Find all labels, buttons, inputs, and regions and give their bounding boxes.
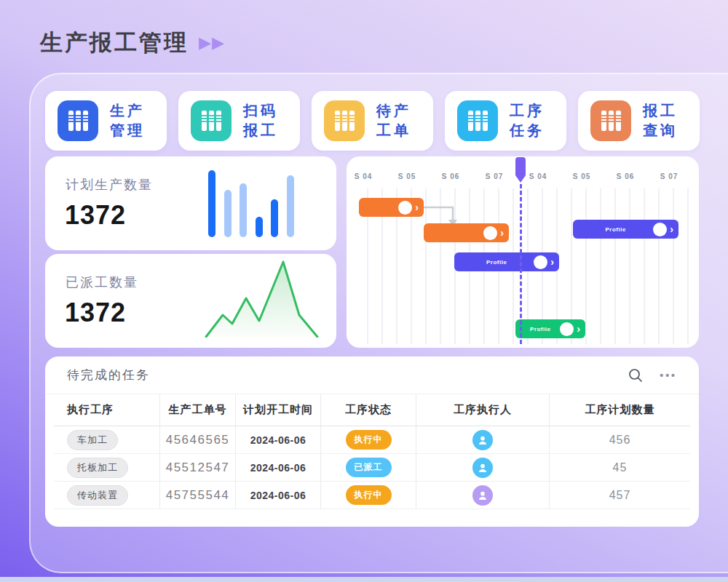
gantt-tick-label: S 05: [573, 172, 591, 180]
gantt-marker-line: [520, 184, 522, 344]
bar: [240, 183, 247, 237]
nav-label: 生产管理: [110, 101, 145, 140]
start-date: 2024-06-06: [236, 454, 321, 481]
more-options-icon[interactable]: •••: [660, 370, 677, 381]
page-title: 生产报工管理: [40, 28, 189, 58]
process-pill[interactable]: 车加工: [67, 430, 118, 450]
table-row[interactable]: 车加工 45646565 2024-06-06 执行中 456: [54, 426, 690, 454]
books-icon: [598, 108, 623, 133]
gantt-task-bar-0[interactable]: ›: [359, 198, 424, 217]
gantt-bar-handle[interactable]: [560, 322, 574, 336]
table-title: 待完成的任务: [67, 367, 628, 383]
books-icon: [199, 108, 223, 133]
gantt-task-bar-4[interactable]: Profile ›: [515, 319, 585, 338]
main-container: 生产管理 扫码报工 待产工单 工序任务 报工查询 计划生产数量 1372 已派工…: [29, 73, 728, 573]
books-icon: [332, 108, 357, 133]
person-icon: [477, 434, 488, 446]
gantt-bar-label: Profile: [459, 259, 534, 266]
nav-label: 工序任务: [510, 101, 545, 140]
bar: [224, 190, 232, 237]
stat-value: 1372: [65, 200, 126, 231]
page-header: 生产报工管理 ▶▶: [40, 28, 225, 58]
stat-value: 1372: [65, 298, 126, 328]
gantt-tick-label: S 06: [617, 172, 635, 180]
table-header-row: 执行工序 生产工单号 计划开工时间 工序状态 工序执行人 工序计划数量: [54, 394, 690, 426]
avatar[interactable]: [472, 430, 493, 450]
start-date: 2024-06-06: [236, 426, 321, 453]
gantt-bar-handle[interactable]: [534, 255, 547, 269]
nav-card-2[interactable]: 待产工单: [312, 91, 433, 151]
status-badge: 执行中: [346, 485, 392, 505]
gantt-tick-label: S 05: [398, 172, 416, 180]
column-header: 计划开工时间: [236, 394, 321, 426]
chevron-right-icon: ›: [550, 255, 554, 269]
books-icon: [465, 108, 490, 133]
tasks-table: 执行工序 生产工单号 计划开工时间 工序状态 工序执行人 工序计划数量 车加工 …: [54, 394, 690, 509]
gantt-bar-handle[interactable]: [653, 223, 667, 236]
column-header: 执行工序: [54, 394, 160, 426]
nav-row: 生产管理 扫码报工 待产工单 工序任务 报工查询: [45, 91, 700, 151]
pending-tasks-panel: 待完成的任务 ••• 执行工序 生产工单号 计划开工时间 工序状态 工序执行人 …: [45, 356, 699, 527]
gantt-bar-handle[interactable]: [483, 226, 497, 240]
process-pill[interactable]: 传动装置: [67, 485, 128, 506]
gantt-bar-label: Profile: [578, 226, 653, 233]
table-row[interactable]: 托板加工 45512547 2024-06-06 已派工 45: [54, 454, 690, 482]
bottom-strip: [0, 577, 728, 582]
nav-icon: [590, 100, 631, 141]
nav-card-4[interactable]: 报工查询: [578, 91, 700, 151]
gantt-bar-handle[interactable]: [398, 201, 412, 215]
books-icon: [66, 108, 90, 133]
chevron-right-icon: ›: [415, 201, 419, 215]
person-icon: [477, 462, 488, 474]
nav-icon: [457, 100, 498, 141]
gantt-panel: S 04S 05S 06S 07S 04S 05S 06S 07 › › Pro…: [347, 156, 699, 348]
gantt-bar-label: Profile: [521, 326, 560, 332]
gantt-tick-label: S 04: [355, 172, 373, 180]
order-number: 45646565: [160, 426, 236, 453]
nav-card-3[interactable]: 工序任务: [445, 91, 566, 151]
gantt-tick-label: S 07: [660, 172, 678, 180]
start-date: 2024-06-06: [236, 482, 321, 509]
planned-quantity: 456: [550, 426, 690, 453]
nav-card-1[interactable]: 扫码报工: [178, 91, 300, 151]
stat-label: 已派工数量: [66, 274, 138, 291]
search-icon[interactable]: [628, 367, 644, 383]
bar: [271, 199, 278, 237]
stat-label: 计划生产数量: [66, 176, 153, 194]
nav-label: 扫码报工: [243, 101, 278, 140]
nav-icon: [191, 100, 232, 141]
nav-card-0[interactable]: 生产管理: [45, 91, 167, 151]
gantt-tick-label: S 06: [442, 172, 460, 180]
column-header: 生产工单号: [160, 394, 236, 426]
nav-icon: [324, 100, 365, 141]
bar: [287, 175, 294, 237]
bar: [256, 217, 263, 237]
order-number: 45512547: [160, 454, 236, 481]
person-icon: [477, 490, 488, 501]
avatar[interactable]: [472, 485, 493, 506]
table-row[interactable]: 传动装置 45755544 2024-06-06 执行中 457: [54, 482, 690, 509]
title-arrows-icon: ▶▶: [199, 33, 225, 52]
process-pill[interactable]: 托板加工: [67, 458, 128, 478]
bar: [208, 170, 215, 237]
column-header: 工序状态: [321, 394, 416, 426]
nav-label: 报工查询: [643, 101, 678, 140]
gantt-task-bar-2[interactable]: Profile ›: [573, 220, 678, 239]
chevron-right-icon: ›: [500, 226, 504, 240]
gantt-task-bar-1[interactable]: ›: [424, 223, 509, 242]
chevron-right-icon: ›: [670, 223, 673, 236]
table-title-bar: 待完成的任务 •••: [45, 356, 699, 394]
status-badge: 执行中: [346, 430, 392, 450]
nav-icon: [58, 100, 98, 141]
order-number: 45755544: [160, 482, 236, 509]
column-header: 工序执行人: [416, 394, 550, 426]
status-badge: 已派工: [346, 458, 392, 477]
column-header: 工序计划数量: [550, 394, 690, 426]
chevron-right-icon: ›: [577, 322, 580, 336]
avatar[interactable]: [472, 458, 493, 478]
gantt-task-bar-3[interactable]: Profile ›: [454, 252, 559, 271]
gantt-tick-label: S 07: [486, 172, 504, 180]
planned-quantity: 45: [550, 454, 690, 481]
gantt-tick-label: S 04: [529, 172, 547, 180]
gantt-today-marker-icon[interactable]: [515, 156, 526, 186]
